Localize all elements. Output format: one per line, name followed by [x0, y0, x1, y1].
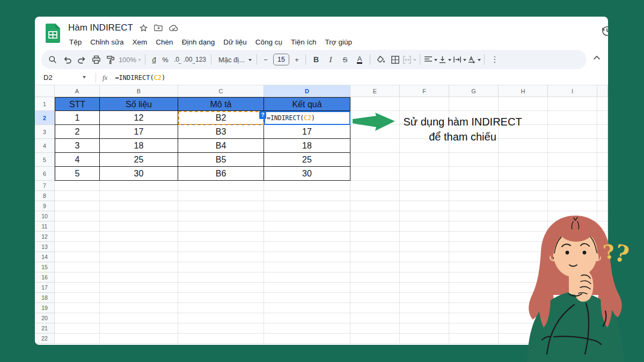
formula-help-badge[interactable]: ?	[259, 111, 266, 119]
cell-A22[interactable]	[55, 334, 100, 344]
cell-E20[interactable]	[350, 313, 400, 323]
text-rotation-icon[interactable]	[467, 53, 481, 67]
cell-E17[interactable]	[350, 283, 400, 293]
cell-F6[interactable]	[400, 167, 449, 181]
undo-icon[interactable]	[60, 53, 74, 67]
row-header-21[interactable]: 21	[35, 323, 55, 334]
cell-D6[interactable]: 30	[264, 167, 350, 181]
column-header-h[interactable]: H	[499, 85, 548, 97]
cell-B21[interactable]	[100, 323, 178, 334]
sheets-logo[interactable]	[46, 24, 60, 43]
cell-D21[interactable]	[264, 323, 350, 334]
cell-B8[interactable]	[100, 191, 178, 201]
cell-F8[interactable]	[400, 191, 449, 201]
percent-format-button[interactable]: %	[160, 53, 171, 67]
cell-A13[interactable]	[55, 242, 100, 252]
cell-D16[interactable]	[264, 272, 350, 283]
cell-B20[interactable]	[100, 313, 178, 323]
text-wrap-icon[interactable]	[452, 53, 466, 67]
cell-B19[interactable]	[100, 303, 178, 313]
menu-item-công-cụ[interactable]: Công cụ	[251, 36, 287, 48]
cell-D20[interactable]	[264, 313, 350, 323]
cell-G16[interactable]	[449, 272, 499, 283]
cell-A14[interactable]	[55, 252, 100, 262]
cell-D22[interactable]	[264, 334, 350, 344]
more-formats-button[interactable]: 123	[194, 53, 208, 67]
cell-D7[interactable]	[264, 181, 350, 191]
cell-E18[interactable]	[350, 293, 400, 303]
cell-B17[interactable]	[100, 283, 178, 293]
row-header-3[interactable]: 3	[35, 125, 55, 139]
cell-D9[interactable]	[264, 201, 350, 211]
cell-A7[interactable]	[55, 181, 100, 191]
cell-C10[interactable]	[178, 211, 264, 221]
cell-E12[interactable]	[350, 232, 400, 242]
row-header-18[interactable]: 18	[35, 293, 55, 303]
column-header-i[interactable]: I	[548, 85, 597, 97]
cell-C19[interactable]	[178, 303, 264, 313]
cell-F5[interactable]	[400, 153, 449, 167]
cell-C18[interactable]	[178, 293, 264, 303]
cell-A9[interactable]	[55, 201, 100, 211]
cell-G18[interactable]	[449, 293, 499, 303]
cell-G20[interactable]	[449, 313, 499, 323]
text-color-button[interactable]: A	[353, 53, 367, 67]
cell-A1[interactable]: STT	[55, 97, 100, 111]
cell-C13[interactable]	[178, 242, 264, 252]
row-header-2[interactable]: 2	[35, 111, 55, 125]
name-box-caret-icon[interactable]	[83, 76, 86, 80]
print-icon[interactable]	[89, 53, 103, 67]
cell-I6[interactable]	[548, 167, 597, 181]
cell-B13[interactable]	[100, 242, 178, 252]
cell-G10[interactable]	[449, 211, 499, 221]
cell-E5[interactable]	[350, 153, 400, 167]
row-header-1[interactable]: 1	[35, 97, 55, 111]
cell-E19[interactable]	[350, 303, 400, 313]
cell-B7[interactable]	[100, 181, 178, 191]
cell-E7[interactable]	[350, 181, 400, 191]
column-header-c[interactable]: C	[178, 85, 264, 97]
move-folder-icon[interactable]	[154, 24, 163, 32]
cell-A17[interactable]	[55, 283, 100, 293]
document-title[interactable]: Hàm INDIRECT	[68, 23, 133, 33]
menu-item-chỉnh-sửa[interactable]: Chỉnh sửa	[86, 36, 128, 48]
cell-J7[interactable]	[597, 181, 608, 191]
cell-F17[interactable]	[400, 283, 449, 293]
cell-F16[interactable]	[400, 272, 449, 283]
cell-A11[interactable]	[55, 221, 100, 232]
cell-J8[interactable]	[597, 191, 608, 201]
cell-B9[interactable]	[100, 201, 178, 211]
cell-H6[interactable]	[499, 167, 548, 181]
cell-E6[interactable]	[350, 167, 400, 181]
star-icon[interactable]	[140, 24, 148, 32]
search-icon[interactable]	[46, 53, 60, 67]
row-header-7[interactable]: 7	[35, 181, 55, 191]
cell-A8[interactable]	[55, 191, 100, 201]
column-header-b[interactable]: B	[100, 85, 178, 97]
cell-B14[interactable]	[100, 252, 178, 262]
cell-F20[interactable]	[400, 313, 449, 323]
cell-E10[interactable]	[350, 211, 400, 221]
cell-D5[interactable]: 25	[264, 153, 350, 167]
cell-E4[interactable]	[350, 139, 400, 153]
cell-D19[interactable]	[264, 303, 350, 313]
horizontal-align-icon[interactable]	[423, 53, 437, 67]
row-header-15[interactable]: 15	[35, 262, 55, 272]
cell-F10[interactable]	[400, 211, 449, 221]
cell-J2[interactable]	[597, 111, 608, 125]
zoom-select[interactable]: 100%	[118, 53, 142, 67]
cell-C1[interactable]: Mô tả	[178, 97, 264, 111]
cell-D10[interactable]	[264, 211, 350, 221]
cell-D12[interactable]	[264, 232, 350, 242]
cell-G11[interactable]	[449, 221, 499, 232]
cell-G6[interactable]	[449, 167, 499, 181]
version-history-icon[interactable]	[601, 25, 608, 37]
cell-C17[interactable]	[178, 283, 264, 293]
decrease-decimal-button[interactable]: .0←	[171, 53, 182, 67]
bold-button[interactable]: B	[309, 53, 323, 67]
row-header-5[interactable]: 5	[35, 153, 55, 167]
cell-E11[interactable]	[350, 221, 400, 232]
cell-C11[interactable]	[178, 221, 264, 232]
currency-format-button[interactable]: đ	[149, 53, 159, 67]
cell-C8[interactable]	[178, 191, 264, 201]
